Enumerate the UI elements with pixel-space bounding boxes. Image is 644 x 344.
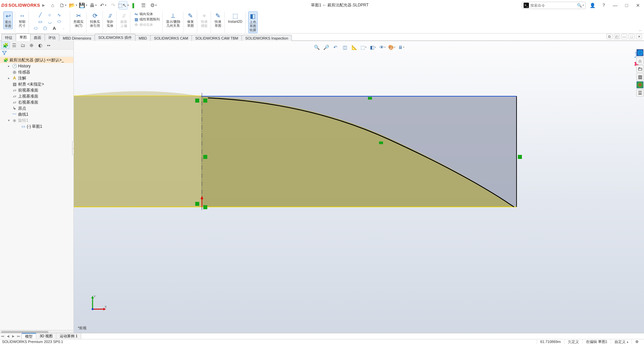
svg-rect-11 [195,202,199,206]
offset-icon: ⫽ [106,12,114,19]
search-input[interactable] [530,3,577,7]
arc-icon[interactable]: ◡ [46,18,54,25]
command-search[interactable]: >_ 🔍 ▾ [522,2,586,9]
tree-material[interactable]: ▤材质 <未指定> [0,81,73,87]
print-icon[interactable]: 🖶 [89,1,97,10]
point-icon[interactable]: · [60,25,68,32]
search-icon[interactable]: 🔍 [577,3,582,8]
close-button[interactable]: ✕ [633,1,643,10]
tree-front-plane[interactable]: ▱前视基准面 [0,87,73,93]
tab-sw-cam[interactable]: SOLIDWORKS CAM [150,35,192,41]
line-icon[interactable]: ╱ [36,11,44,18]
tab-sw-cam-tbm[interactable]: SOLIDWORKS CAM TBM [192,35,242,41]
text-icon[interactable]: A [50,25,58,32]
open-icon[interactable]: 📂 [68,1,77,10]
help-icon[interactable]: ？ [599,1,608,10]
tree-right-plane[interactable]: ▱右视基准面 [0,99,73,105]
linear-pattern-button[interactable]: ▦线性草图阵列 [133,17,160,22]
document-title: 草图1 ← 裁剪法配光器.SLDPRT [158,2,522,8]
convert-entities-button[interactable]: ⟳转换实 体引用 [89,11,101,28]
redo-icon[interactable]: ↷ [109,1,117,10]
tab-sketch[interactable]: 草图 [16,34,31,41]
property-manager-tab-icon[interactable]: ☰ [10,42,18,49]
repair-sketch-button[interactable]: ✎修复 草图 [186,11,195,28]
funnel-icon [2,51,7,55]
quick-access-toolbar: ⌂ 🗋 📂 💾 🖶 ↶ ↷ ⬚↖ ❚ ☰ ⚙ [48,1,158,10]
ellipse-icon[interactable]: ⬭ [55,18,63,25]
tab-mbd-dimensions[interactable]: MBD Dimensions [59,35,95,41]
smart-dimension-button[interactable]: ↔ 智能 尺寸 [18,11,26,28]
options-list-icon[interactable]: ☰ [139,1,148,10]
tree-sensors[interactable]: ◎传感器 [0,69,73,75]
select-icon[interactable]: ⬚↖ [119,1,127,10]
tab-features[interactable]: 特征 [1,34,16,41]
tab-evaluate[interactable]: 评估 [45,34,59,41]
maximize-button[interactable]: □ [622,1,631,10]
configuration-tab-icon[interactable]: 🗂 [19,42,27,49]
tree-history[interactable]: ▸🕑History [0,63,73,69]
tab-nav-prev-icon[interactable]: ◀ [5,334,11,339]
app-logo: DSSOLIDWORKS ▶ [1,3,45,8]
tree-root[interactable]: 🧩裁剪法配光器 (默认) <<默认>_ [0,57,73,63]
tab-nav-next-icon[interactable]: ▶ [11,334,16,339]
exit-sketch-button[interactable]: ↩ 退出 草图 [3,11,13,29]
dimxpert-tab-icon[interactable]: ⊕ [28,42,36,49]
save-icon[interactable]: 💾 [78,1,87,10]
tab-nav-first-icon[interactable]: ⏮ [0,334,5,339]
bottom-tab-3dview[interactable]: 3D 视图 [36,333,56,339]
doc-dock-icon[interactable]: ⧉ [606,34,612,39]
tab-mbd[interactable]: MBD [135,35,151,41]
status-product: SOLIDWORKS Premium 2023 SP0.1 [2,340,63,344]
trim-entities-button[interactable]: ✂剪裁实 体(T) [73,11,84,28]
revolve-icon: ◉ [12,118,17,123]
orientation-triad[interactable]: Y X [87,294,107,314]
settings-icon[interactable]: ⚙ [149,1,158,10]
circle-icon[interactable]: ○ [46,11,54,18]
undo-icon[interactable]: ↶ [99,1,107,10]
rapid-sketch-button[interactable]: ✎快速 草图 [214,11,222,28]
offset-entities-button[interactable]: ⫽等距 实体 [106,11,114,28]
mirror-entities-button[interactable]: ⇋镜向实体 [133,11,154,17]
status-editing: 在编辑 草图1 [582,339,611,344]
minimize-button[interactable]: — [610,1,620,10]
tree-curve1[interactable]: 〰曲线1 [0,111,73,117]
tab-sw-addins[interactable]: SOLIDWORKS 插件 [95,34,136,41]
feature-tree[interactable]: 🧩裁剪法配光器 (默认) <<默认>_ ▸🕑History ◎传感器 ▸A注解 … [0,56,73,330]
tab-surfaces[interactable]: 曲面 [30,34,45,41]
tree-top-plane[interactable]: ▱上视基准面 [0,93,73,99]
status-settings-icon[interactable]: ⚙ [632,339,642,344]
shade-sketch-contours-button[interactable]: ◧上色 草图 轮廓 [248,11,258,33]
rectangle-icon[interactable]: ▭ [36,18,44,25]
tree-revolve1[interactable]: ▾◉旋转1 [0,117,73,123]
user-icon[interactable]: 👤 [588,1,597,10]
tree-origin[interactable]: ↳原点 [0,105,73,111]
cam-tree-tab-icon[interactable]: ▸▸ [45,42,53,49]
bottom-tab-motion-study[interactable]: 运动算例 1 [56,333,81,339]
doc-minimize-icon[interactable]: — [621,34,627,39]
graphics-viewport[interactable]: 🔍 🔎 ↶ ◫ 📐 ⬚ ◧ 👁 🎨 🖥 ⤴ ✖ 🌐 ⌂ 🗀 ▥ ☰ [74,41,644,334]
instant2d-button[interactable]: ⬚Instant2D [227,11,243,24]
display-delete-relations-button[interactable]: ⊥显示/删除 几何关系 [165,11,181,28]
bottom-tab-model[interactable]: 模型 [22,333,36,339]
feature-tree-tab-icon[interactable]: 🧩 [1,42,9,49]
status-custom[interactable]: 自定义▴ [611,339,632,344]
svg-rect-10 [203,205,207,209]
spline-icon[interactable]: ∿ [55,11,63,18]
feature-filter[interactable] [0,50,73,56]
ribbon-collapse-icon[interactable]: ︿ [639,28,642,33]
home-icon[interactable]: ⌂ [48,1,57,10]
doc-float-icon[interactable]: ◰ [614,34,620,39]
new-icon[interactable]: 🗋 [58,1,67,10]
doc-maximize-icon[interactable]: □ [629,34,635,39]
doc-close-icon[interactable]: ✕ [636,34,642,39]
polygon-icon[interactable]: ⬠ [41,25,49,32]
tab-nav-last-icon[interactable]: ⏭ [16,334,21,339]
tree-annotations[interactable]: ▸A注解 [0,75,73,81]
plane-icon: ▱ [12,88,17,93]
repair-icon: ✎ [187,12,194,19]
display-manager-tab-icon[interactable]: ◐ [36,42,44,49]
tree-sketch1[interactable]: ▭(-) 草图1 [0,123,73,129]
tab-sw-inspection[interactable]: SOLIDWORKS Inspection [241,35,292,41]
slot-icon[interactable]: ⬭ [32,25,40,32]
rebuild-icon[interactable]: ❚ [129,1,138,10]
